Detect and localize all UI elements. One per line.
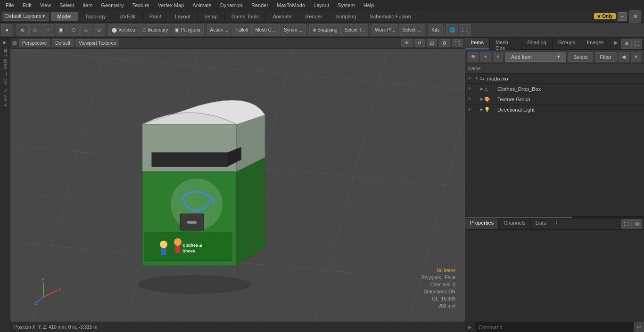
work-plane-button[interactable]: Work Pl... — [372, 24, 398, 36]
select-tool-button[interactable]: Select T... — [341, 24, 369, 36]
sidebar-label-dup[interactable]: Dup. — [3, 47, 8, 57]
tab-layout[interactable]: Layout — [168, 12, 198, 21]
expand-light[interactable]: ▶ — [480, 107, 483, 112]
falloff-button[interactable]: Falloff — [232, 24, 251, 36]
boundary-button[interactable]: ⬡ Boundary — [139, 24, 172, 36]
add-layout-button[interactable]: + — [618, 12, 627, 21]
item-list[interactable]: 👁 ▼ 🗂 modo.lxo 👁 ▶ △ Clothes_Drop_Box 👁 … — [465, 73, 644, 216]
sidebar-label-pol[interactable]: Pol. — [3, 77, 8, 87]
menu-render[interactable]: Render — [248, 1, 272, 9]
maximize-icon[interactable]: ⛶ — [459, 24, 471, 36]
menu-file[interactable]: File — [2, 1, 18, 9]
menu-texture[interactable]: Texture — [129, 1, 153, 9]
star-only-badge[interactable]: ★ Only — [594, 13, 616, 19]
right-panel-expand-icon[interactable]: ⛶ — [632, 39, 642, 49]
expand-root[interactable]: ▼ — [475, 76, 479, 81]
eye-icon-root[interactable]: 👁 — [467, 76, 475, 81]
camera-settings-btn[interactable]: ⚙ — [439, 39, 450, 47]
tab-items[interactable]: Items — [465, 38, 490, 49]
tab-mesh-ops[interactable]: Mesh Ops — [490, 38, 522, 49]
sidebar-label-f[interactable]: F. — [3, 102, 8, 107]
menu-animate[interactable]: Animate — [189, 1, 215, 9]
viewport-canvas[interactable]: Clothes & Shoes X Y — [10, 49, 465, 322]
eye-icon-texture[interactable]: 👁 — [467, 97, 475, 102]
mesh-button[interactable]: Mesh C ... — [252, 24, 281, 36]
shading-button[interactable]: Default — [52, 39, 74, 47]
tab-properties[interactable]: Properties — [465, 219, 499, 229]
sidebar-label-mesh[interactable]: Mesh — [3, 58, 8, 70]
tab-render[interactable]: Render — [298, 12, 329, 21]
menu-vertex-map[interactable]: Vertex Map — [154, 1, 188, 9]
toolbar-mode-dot[interactable]: ● — [1, 24, 13, 36]
tab-channels[interactable]: Channels — [499, 219, 530, 229]
eye-toggle-icon[interactable]: 👁 — [468, 52, 479, 62]
menu-select[interactable]: Select — [56, 1, 78, 9]
toolbar-move-btn[interactable]: ↑ — [42, 24, 54, 36]
menu-dynamics[interactable]: Dynamics — [216, 1, 247, 9]
menu-help[interactable]: Help — [360, 1, 378, 9]
settings-icon[interactable]: ⚙ — [629, 10, 641, 23]
expand-texture[interactable]: ▶ — [480, 97, 483, 101]
kits-button[interactable]: Kits — [429, 24, 443, 36]
tab-images[interactable]: Images — [581, 38, 610, 49]
command-input[interactable] — [475, 322, 634, 332]
tab-groups[interactable]: Groups — [553, 38, 581, 49]
menu-maxtomodo[interactable]: MaxToModo — [273, 1, 309, 9]
tab-model[interactable]: Model — [51, 12, 79, 21]
tab-schematic[interactable]: Schematic Fusion — [363, 12, 418, 21]
layout-dropdown[interactable]: Default Layouts ▾ — [2, 12, 49, 21]
toolbar-diamond-btn[interactable]: ◇ — [80, 24, 92, 36]
fit-btn[interactable]: ⊡ — [427, 39, 437, 47]
list-item-mesh[interactable]: 👁 ▶ △ Clothes_Drop_Box — [465, 84, 644, 94]
menu-edit[interactable]: Edit — [19, 1, 35, 9]
menu-system[interactable]: System — [334, 1, 359, 9]
tab-lists[interactable]: Lists — [531, 219, 552, 229]
tab-uvedit[interactable]: UVEdit — [113, 12, 143, 21]
menu-view[interactable]: View — [36, 1, 55, 9]
viewport[interactable]: Perspective Default Viewport Textures 👁 … — [10, 38, 465, 332]
tab-topology[interactable]: Topology — [78, 12, 113, 21]
toolbar-rect-btn[interactable]: ▣ — [55, 24, 67, 36]
list-item-root[interactable]: 👁 ▼ 🗂 modo.lxo — [465, 73, 644, 84]
collapse-icon[interactable]: ◀ — [619, 52, 629, 62]
polygons-button[interactable]: ▣ Polygons — [172, 24, 203, 36]
tab-animate[interactable]: Animate — [266, 12, 298, 21]
command-submit-button[interactable]: ↵ — [634, 322, 644, 332]
toolbar-grid-btn[interactable]: ⊕ — [17, 24, 29, 36]
toolbar-ring-btn[interactable]: ⊙ — [93, 24, 105, 36]
tab-scripting[interactable]: Scripting — [330, 12, 363, 21]
select-button[interactable]: Select — [568, 52, 593, 62]
filter-button[interactable]: Filter — [595, 52, 617, 62]
toolbar-hex-btn[interactable]: ⬡ — [67, 24, 80, 36]
tab-shading[interactable]: Shading — [521, 38, 552, 49]
tab-setup[interactable]: Setup — [198, 12, 225, 21]
globe-icon[interactable]: 🌐 — [446, 24, 458, 36]
symmetry-button[interactable]: Symm ... — [281, 24, 305, 36]
vertices-button[interactable]: ⬤ Vertices — [108, 24, 139, 36]
menu-layout[interactable]: Layout — [310, 1, 333, 9]
sidebar-icon-1[interactable]: ▶ — [1, 39, 9, 46]
look-at-btn[interactable]: 👁 — [401, 39, 413, 47]
snapping-button[interactable]: ⊕ Snapping — [309, 24, 341, 36]
prop-settings-icon[interactable]: ⚙ — [632, 219, 642, 229]
textures-button[interactable]: Viewport Textures — [75, 39, 119, 47]
menu-item[interactable]: Item — [79, 1, 96, 9]
rotate-btn[interactable]: ↺ — [414, 39, 425, 47]
sidebar-label-e[interactable]: E. — [3, 71, 8, 77]
viewport-dot[interactable] — [12, 41, 17, 46]
right-panel-settings-icon[interactable]: ⚙ — [621, 39, 632, 49]
prop-tab-plus[interactable]: + — [551, 219, 561, 229]
perspective-button[interactable]: Perspective — [19, 39, 50, 47]
eye-icon-light[interactable]: 👁 — [467, 107, 475, 112]
list-options-icon[interactable]: ≡ — [631, 52, 641, 62]
action-button[interactable]: Action ... — [207, 24, 232, 36]
eye-icon-mesh[interactable]: 👁 — [467, 86, 475, 91]
menu-geometry[interactable]: Geometry — [97, 1, 127, 9]
sidebar-label-c[interactable]: C. — [3, 87, 8, 93]
sidebar-label-uv[interactable]: UV. — [3, 93, 8, 102]
expand-mesh[interactable]: ▶ — [480, 87, 483, 91]
right-tab-more[interactable]: ▶ — [610, 38, 621, 49]
tab-game-tools[interactable]: Game Tools — [225, 12, 266, 21]
selection-button[interactable]: Selecti ... — [399, 24, 425, 36]
tab-paint[interactable]: Paint — [143, 12, 168, 21]
